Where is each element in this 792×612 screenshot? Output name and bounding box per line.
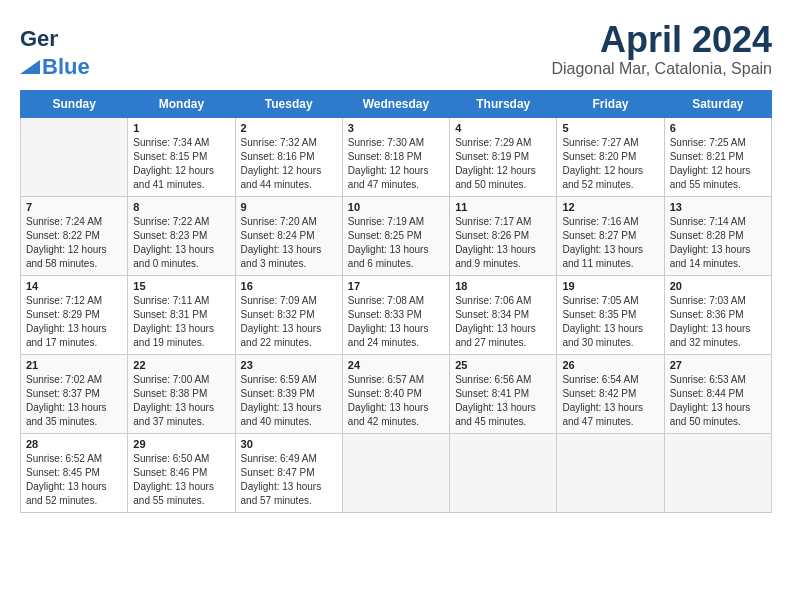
- sunset-text: Sunset: 8:28 PM: [670, 229, 766, 243]
- sunset-text: Sunset: 8:38 PM: [133, 387, 229, 401]
- sunrise-text: Sunrise: 7:25 AM: [670, 136, 766, 150]
- calendar-cell: 7Sunrise: 7:24 AMSunset: 8:22 PMDaylight…: [21, 197, 128, 276]
- day-number: 11: [455, 201, 551, 213]
- sunrise-text: Sunrise: 6:50 AM: [133, 452, 229, 466]
- calendar-body: 1Sunrise: 7:34 AMSunset: 8:15 PMDaylight…: [21, 118, 772, 513]
- sunset-text: Sunset: 8:25 PM: [348, 229, 444, 243]
- day-number: 8: [133, 201, 229, 213]
- sunrise-text: Sunrise: 6:57 AM: [348, 373, 444, 387]
- sunrise-text: Sunrise: 6:59 AM: [241, 373, 337, 387]
- day-info: Sunrise: 7:19 AMSunset: 8:25 PMDaylight:…: [348, 215, 444, 271]
- sunset-text: Sunset: 8:16 PM: [241, 150, 337, 164]
- sunset-text: Sunset: 8:18 PM: [348, 150, 444, 164]
- day-number: 22: [133, 359, 229, 371]
- calendar-cell: 16Sunrise: 7:09 AMSunset: 8:32 PMDayligh…: [235, 276, 342, 355]
- header-day-friday: Friday: [557, 91, 664, 118]
- day-number: 27: [670, 359, 766, 371]
- calendar-cell: 17Sunrise: 7:08 AMSunset: 8:33 PMDayligh…: [342, 276, 449, 355]
- day-number: 29: [133, 438, 229, 450]
- sunset-text: Sunset: 8:15 PM: [133, 150, 229, 164]
- sunset-text: Sunset: 8:35 PM: [562, 308, 658, 322]
- daylight-text: Daylight: 13 hours and 37 minutes.: [133, 401, 229, 429]
- sunrise-text: Sunrise: 7:30 AM: [348, 136, 444, 150]
- day-number: 23: [241, 359, 337, 371]
- day-info: Sunrise: 7:30 AMSunset: 8:18 PMDaylight:…: [348, 136, 444, 192]
- logo-blue-text: Blue: [42, 54, 90, 80]
- daylight-text: Daylight: 13 hours and 27 minutes.: [455, 322, 551, 350]
- day-number: 14: [26, 280, 122, 292]
- header-day-monday: Monday: [128, 91, 235, 118]
- daylight-text: Daylight: 13 hours and 35 minutes.: [26, 401, 122, 429]
- sunset-text: Sunset: 8:23 PM: [133, 229, 229, 243]
- day-number: 26: [562, 359, 658, 371]
- sunrise-text: Sunrise: 7:27 AM: [562, 136, 658, 150]
- logo: General Blue: [20, 20, 90, 80]
- calendar-cell: 4Sunrise: 7:29 AMSunset: 8:19 PMDaylight…: [450, 118, 557, 197]
- sunrise-text: Sunrise: 7:16 AM: [562, 215, 658, 229]
- calendar-cell: 9Sunrise: 7:20 AMSunset: 8:24 PMDaylight…: [235, 197, 342, 276]
- day-info: Sunrise: 6:56 AMSunset: 8:41 PMDaylight:…: [455, 373, 551, 429]
- sunset-text: Sunset: 8:45 PM: [26, 466, 122, 480]
- calendar-cell: 12Sunrise: 7:16 AMSunset: 8:27 PMDayligh…: [557, 197, 664, 276]
- page-header: General Blue April 2024 Diagonal Mar, Ca…: [20, 20, 772, 80]
- sunrise-text: Sunrise: 7:32 AM: [241, 136, 337, 150]
- day-info: Sunrise: 6:49 AMSunset: 8:47 PMDaylight:…: [241, 452, 337, 508]
- calendar-week-5: 28Sunrise: 6:52 AMSunset: 8:45 PMDayligh…: [21, 434, 772, 513]
- calendar-week-2: 7Sunrise: 7:24 AMSunset: 8:22 PMDaylight…: [21, 197, 772, 276]
- daylight-text: Daylight: 12 hours and 47 minutes.: [348, 164, 444, 192]
- calendar-cell: 14Sunrise: 7:12 AMSunset: 8:29 PMDayligh…: [21, 276, 128, 355]
- calendar-cell: 30Sunrise: 6:49 AMSunset: 8:47 PMDayligh…: [235, 434, 342, 513]
- calendar-cell: [21, 118, 128, 197]
- day-number: 30: [241, 438, 337, 450]
- daylight-text: Daylight: 13 hours and 0 minutes.: [133, 243, 229, 271]
- sunrise-text: Sunrise: 7:24 AM: [26, 215, 122, 229]
- logo-icon: General: [20, 20, 58, 58]
- day-info: Sunrise: 7:29 AMSunset: 8:19 PMDaylight:…: [455, 136, 551, 192]
- daylight-text: Daylight: 13 hours and 47 minutes.: [562, 401, 658, 429]
- sunrise-text: Sunrise: 7:17 AM: [455, 215, 551, 229]
- calendar-cell: 28Sunrise: 6:52 AMSunset: 8:45 PMDayligh…: [21, 434, 128, 513]
- calendar-cell: 13Sunrise: 7:14 AMSunset: 8:28 PMDayligh…: [664, 197, 771, 276]
- calendar-cell: 10Sunrise: 7:19 AMSunset: 8:25 PMDayligh…: [342, 197, 449, 276]
- day-number: 1: [133, 122, 229, 134]
- sunset-text: Sunset: 8:20 PM: [562, 150, 658, 164]
- daylight-text: Daylight: 12 hours and 55 minutes.: [670, 164, 766, 192]
- calendar-cell: [557, 434, 664, 513]
- sunrise-text: Sunrise: 6:49 AM: [241, 452, 337, 466]
- calendar-cell: 3Sunrise: 7:30 AMSunset: 8:18 PMDaylight…: [342, 118, 449, 197]
- daylight-text: Daylight: 13 hours and 24 minutes.: [348, 322, 444, 350]
- sunset-text: Sunset: 8:31 PM: [133, 308, 229, 322]
- day-number: 18: [455, 280, 551, 292]
- daylight-text: Daylight: 13 hours and 32 minutes.: [670, 322, 766, 350]
- calendar-cell: [450, 434, 557, 513]
- header-day-wednesday: Wednesday: [342, 91, 449, 118]
- day-info: Sunrise: 7:34 AMSunset: 8:15 PMDaylight:…: [133, 136, 229, 192]
- day-info: Sunrise: 6:52 AMSunset: 8:45 PMDaylight:…: [26, 452, 122, 508]
- sunrise-text: Sunrise: 7:08 AM: [348, 294, 444, 308]
- day-info: Sunrise: 7:08 AMSunset: 8:33 PMDaylight:…: [348, 294, 444, 350]
- calendar-week-1: 1Sunrise: 7:34 AMSunset: 8:15 PMDaylight…: [21, 118, 772, 197]
- day-number: 7: [26, 201, 122, 213]
- sunrise-text: Sunrise: 7:20 AM: [241, 215, 337, 229]
- day-info: Sunrise: 7:03 AMSunset: 8:36 PMDaylight:…: [670, 294, 766, 350]
- daylight-text: Daylight: 12 hours and 52 minutes.: [562, 164, 658, 192]
- sunset-text: Sunset: 8:46 PM: [133, 466, 229, 480]
- day-info: Sunrise: 7:02 AMSunset: 8:37 PMDaylight:…: [26, 373, 122, 429]
- header-day-thursday: Thursday: [450, 91, 557, 118]
- calendar-cell: [664, 434, 771, 513]
- calendar-cell: 29Sunrise: 6:50 AMSunset: 8:46 PMDayligh…: [128, 434, 235, 513]
- daylight-text: Daylight: 13 hours and 6 minutes.: [348, 243, 444, 271]
- title-block: April 2024 Diagonal Mar, Catalonia, Spai…: [551, 20, 772, 78]
- sunrise-text: Sunrise: 7:34 AM: [133, 136, 229, 150]
- day-info: Sunrise: 7:27 AMSunset: 8:20 PMDaylight:…: [562, 136, 658, 192]
- day-info: Sunrise: 7:11 AMSunset: 8:31 PMDaylight:…: [133, 294, 229, 350]
- daylight-text: Daylight: 13 hours and 11 minutes.: [562, 243, 658, 271]
- calendar-cell: 18Sunrise: 7:06 AMSunset: 8:34 PMDayligh…: [450, 276, 557, 355]
- sunrise-text: Sunrise: 7:11 AM: [133, 294, 229, 308]
- calendar-cell: 25Sunrise: 6:56 AMSunset: 8:41 PMDayligh…: [450, 355, 557, 434]
- daylight-text: Daylight: 12 hours and 44 minutes.: [241, 164, 337, 192]
- calendar-cell: 1Sunrise: 7:34 AMSunset: 8:15 PMDaylight…: [128, 118, 235, 197]
- day-info: Sunrise: 7:16 AMSunset: 8:27 PMDaylight:…: [562, 215, 658, 271]
- sunrise-text: Sunrise: 7:29 AM: [455, 136, 551, 150]
- sunrise-text: Sunrise: 6:56 AM: [455, 373, 551, 387]
